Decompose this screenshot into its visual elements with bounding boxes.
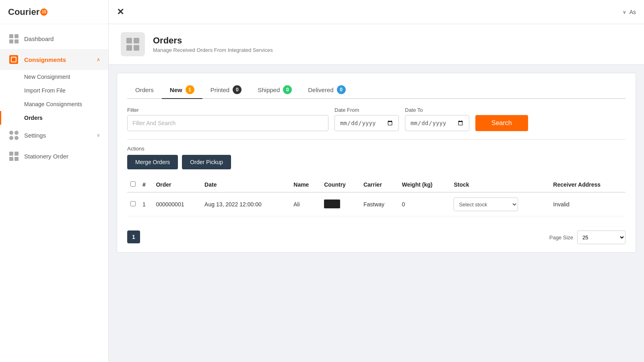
user-label: As <box>630 9 636 15</box>
date-from-input[interactable] <box>334 115 399 131</box>
page-header: Orders Manage Received Orders From Integ… <box>109 24 644 65</box>
actions-buttons: Merge Orders Order Pickup <box>127 155 625 169</box>
sidebar-item-consignments[interactable]: Consignments ∧ <box>0 49 108 70</box>
chevron-down-icon: ∨ <box>97 132 100 138</box>
row-checkbox[interactable] <box>130 201 136 206</box>
col-country: Country <box>321 177 360 192</box>
search-button[interactable]: Search <box>475 115 528 131</box>
col-weight: Weight (kg) <box>398 177 450 192</box>
tab-shipped[interactable]: Shipped 0 <box>250 81 300 99</box>
orders-header-icon <box>121 32 145 56</box>
row-num: 1 <box>139 192 153 216</box>
row-stock: Select stock <box>450 192 550 216</box>
tab-new-badge: 1 <box>186 85 194 94</box>
dashboard-icon <box>8 33 19 44</box>
row-carrier: Fastway <box>360 192 399 216</box>
main-content: ✕ ∨ As Orders Manage Received Orders Fro… <box>109 0 644 362</box>
row-weight: 0 <box>398 192 450 216</box>
sidebar-item-manage-consignments[interactable]: Manage Consignments <box>0 97 108 111</box>
page-size-select[interactable]: 10 25 50 100 <box>577 230 625 244</box>
row-receiver-address: Invalid <box>550 192 625 216</box>
tabs-bar: Orders New 1 Printed 0 Shipped 0 Deliver… <box>127 81 625 99</box>
sidebar-consignments-label: Consignments <box>24 56 97 63</box>
page-area: Orders Manage Received Orders From Integ… <box>109 24 644 362</box>
tab-orders[interactable]: Orders <box>127 82 162 98</box>
sidebar-item-import-from-file[interactable]: Import From File <box>0 84 108 97</box>
chevron-up-icon: ∧ <box>97 57 100 62</box>
col-num: # <box>139 177 153 192</box>
sidebar-item-settings[interactable]: Settings ∨ <box>0 125 108 146</box>
col-stock: Stock <box>450 177 550 192</box>
consignments-icon <box>8 54 19 65</box>
tab-printed[interactable]: Printed 0 <box>202 81 250 99</box>
select-all-checkbox[interactable] <box>130 181 136 187</box>
sidebar: Courier 15 Dashboard Consignments ∧ <box>0 0 109 362</box>
stationery-icon <box>8 150 19 162</box>
filter-section: Filter Date From Date To Search <box>127 107 625 131</box>
merge-orders-button[interactable]: Merge Orders <box>127 155 178 169</box>
tab-new[interactable]: New 1 <box>162 81 202 99</box>
tab-printed-badge: 0 <box>233 85 242 94</box>
app-name: Courier <box>8 7 39 17</box>
page-title: Orders <box>153 35 273 46</box>
actions-section: Actions Merge Orders Order Pickup <box>127 146 625 169</box>
sidebar-stationery-label: Stationery Order <box>24 153 100 160</box>
bottom-row: 1 Page Size 10 25 50 100 <box>127 222 625 244</box>
sidebar-item-new-consignment[interactable]: New Consignment <box>0 70 108 84</box>
topbar-right: ∨ As <box>623 9 636 15</box>
pagination: 1 <box>127 230 140 243</box>
col-name: Name <box>290 177 321 192</box>
page-size-section: Page Size 10 25 50 100 <box>549 230 625 244</box>
content-card: Orders New 1 Printed 0 Shipped 0 Deliver… <box>117 73 636 253</box>
col-carrier: Carrier <box>360 177 399 192</box>
receiver-address-text: Invalid <box>553 201 569 208</box>
sub-nav: New Consignment Import From File Manage … <box>0 70 108 125</box>
sidebar-settings-label: Settings <box>24 132 97 139</box>
filter-divider <box>127 139 625 140</box>
table-body: 1 000000001 Aug 13, 2022 12:00:00 Ali Fa… <box>127 192 625 216</box>
sidebar-item-orders[interactable]: Orders <box>0 111 108 125</box>
close-button[interactable]: ✕ <box>117 7 124 17</box>
page-size-label: Page Size <box>549 234 573 241</box>
user-chevron-icon: ∨ <box>623 9 626 15</box>
date-to-label: Date To <box>405 107 469 113</box>
settings-icon <box>8 130 19 141</box>
sidebar-nav: Dashboard Consignments ∧ New Consignment… <box>0 24 108 362</box>
tab-delivered-badge: 0 <box>337 85 346 94</box>
filter-label: Filter <box>127 107 328 113</box>
orders-table: # Order Date Name Country Carrier Weight… <box>127 177 625 216</box>
page-1-button[interactable]: 1 <box>127 230 140 243</box>
date-from-group: Date From <box>334 107 399 131</box>
actions-label: Actions <box>127 146 625 152</box>
topbar: ✕ ∨ As <box>109 0 644 24</box>
col-receiver-address: Receiver Address <box>550 177 625 192</box>
date-to-group: Date To <box>405 107 469 131</box>
country-flag <box>324 200 340 208</box>
sidebar-item-dashboard[interactable]: Dashboard <box>0 28 108 49</box>
col-date: Date <box>201 177 290 192</box>
date-to-input[interactable] <box>405 115 469 131</box>
sidebar-dashboard-label: Dashboard <box>24 35 100 42</box>
row-name: Ali <box>290 192 321 216</box>
date-from-label: Date From <box>334 107 399 113</box>
col-order: Order <box>153 177 201 192</box>
table-row: 1 000000001 Aug 13, 2022 12:00:00 Ali Fa… <box>127 192 625 216</box>
tab-delivered[interactable]: Delivered 0 <box>300 81 353 99</box>
row-country <box>321 192 360 216</box>
page-header-text: Orders Manage Received Orders From Integ… <box>153 35 273 53</box>
row-order: 000000001 <box>153 192 201 216</box>
table-header: # Order Date Name Country Carrier Weight… <box>127 177 625 192</box>
logo-area: Courier 15 <box>0 0 108 24</box>
tab-shipped-badge: 0 <box>283 85 292 94</box>
order-pickup-button[interactable]: Order Pickup <box>182 155 231 169</box>
filter-search-input[interactable] <box>127 115 328 131</box>
topbar-left: ✕ <box>117 7 124 17</box>
stock-select[interactable]: Select stock <box>454 197 518 211</box>
app-badge: 15 <box>40 8 47 16</box>
sidebar-item-stationery[interactable]: Stationery Order <box>0 146 108 167</box>
page-subtitle: Manage Received Orders From Integrated S… <box>153 47 273 53</box>
row-date: Aug 13, 2022 12:00:00 <box>201 192 290 216</box>
filter-group: Filter <box>127 107 328 131</box>
